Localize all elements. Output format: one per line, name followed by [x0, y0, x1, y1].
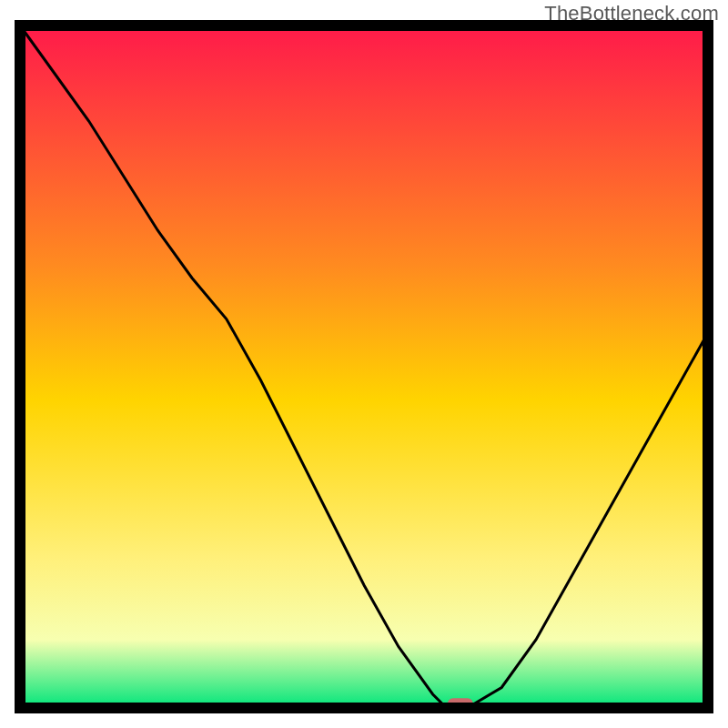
- bottleneck-chart: TheBottleneck.com: [0, 0, 728, 728]
- plot-gradient-bg: [20, 25, 708, 708]
- chart-svg: [0, 0, 728, 728]
- watermark-text: TheBottleneck.com: [544, 2, 719, 25]
